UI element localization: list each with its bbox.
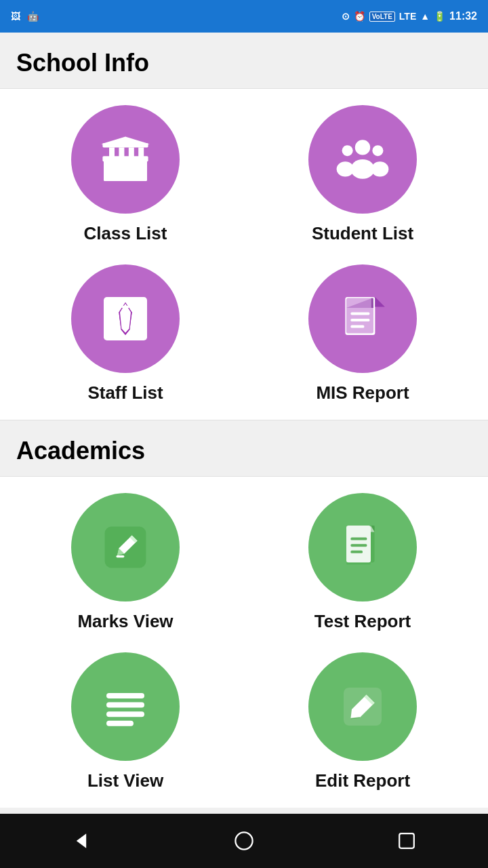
svg-marker-50: [77, 833, 86, 848]
tie-icon: [98, 292, 152, 346]
school-info-header: School Info: [0, 33, 488, 88]
academics-header: Academics: [0, 420, 488, 476]
class-list-button[interactable]: [71, 105, 180, 214]
svg-rect-42: [346, 562, 371, 564]
academics-grid: Marks View Tes: [14, 493, 474, 791]
svg-rect-3: [109, 147, 115, 157]
svg-rect-33: [116, 555, 124, 557]
back-icon: [69, 829, 94, 853]
list-view-label: List View: [87, 770, 163, 791]
pencil-square-icon: [98, 520, 152, 574]
home-icon: [232, 829, 256, 853]
school-info-grid: Class List Student List: [14, 105, 474, 403]
recents-button[interactable]: [386, 821, 427, 861]
svg-rect-39: [350, 538, 367, 540]
edit-report-label: Edit Report: [315, 770, 410, 791]
staff-list-label: Staff List: [87, 382, 163, 403]
alarm-icon: ⏰: [354, 11, 365, 22]
school-info-title: School Info: [16, 49, 149, 77]
volte-badge: VoLTE: [369, 12, 395, 22]
marks-view-label: Marks View: [77, 611, 173, 632]
svg-point-12: [337, 161, 354, 176]
home-button[interactable]: [224, 821, 264, 861]
svg-rect-40: [350, 544, 367, 547]
android-icon: 🤖: [27, 11, 39, 22]
mis-report-item[interactable]: MIS Report: [308, 264, 417, 403]
svg-point-14: [371, 161, 389, 176]
image-icon: 🖼: [11, 11, 20, 22]
edit-doc-icon: [336, 679, 390, 734]
lines-icon: [98, 679, 152, 734]
svg-rect-41: [350, 551, 363, 553]
staff-list-item[interactable]: Staff List: [71, 264, 180, 403]
svg-marker-21: [375, 297, 384, 307]
marks-view-item[interactable]: Marks View: [71, 493, 180, 632]
status-bar-right: ⊙ ⏰ VoLTE LTE ▲ 🔋 11:32: [342, 10, 477, 22]
staff-list-button[interactable]: [71, 264, 180, 373]
list-view-item[interactable]: List View: [71, 652, 180, 791]
svg-rect-8: [120, 169, 131, 181]
nav-bar: [0, 814, 488, 868]
lte-icon: LTE: [399, 11, 416, 22]
time-display: 11:32: [449, 10, 477, 22]
svg-rect-6: [138, 147, 144, 157]
svg-marker-7: [101, 136, 150, 144]
svg-point-51: [235, 832, 252, 849]
academics-card: Marks View Tes: [0, 477, 488, 808]
recents-icon: [394, 829, 419, 853]
battery-icon: 🔋: [434, 11, 445, 22]
svg-rect-25: [350, 312, 369, 315]
svg-rect-26: [350, 319, 369, 321]
svg-rect-45: [106, 711, 144, 717]
svg-rect-44: [106, 703, 144, 708]
svg-point-10: [350, 159, 374, 179]
marks-view-button[interactable]: [71, 493, 180, 601]
signal-icon: ▲: [420, 11, 430, 22]
back-button[interactable]: [61, 821, 102, 861]
academics-title: Academics: [16, 437, 145, 465]
svg-point-9: [355, 140, 370, 155]
test-report-button[interactable]: [308, 493, 417, 601]
svg-rect-52: [399, 833, 414, 848]
svg-marker-28: [371, 298, 373, 308]
student-list-label: Student List: [312, 223, 413, 244]
edit-report-item[interactable]: Edit Report: [308, 652, 417, 791]
edit-report-button[interactable]: [308, 652, 417, 761]
building-icon: [98, 132, 152, 186]
list-view-button[interactable]: [71, 652, 180, 761]
mis-report-button[interactable]: [308, 264, 417, 373]
svg-rect-5: [129, 147, 134, 157]
test-report-label: Test Report: [314, 611, 411, 632]
group-icon: [336, 132, 390, 186]
svg-rect-27: [350, 326, 364, 328]
svg-point-13: [372, 145, 383, 156]
svg-rect-43: [106, 693, 144, 698]
mis-report-label: MIS Report: [316, 382, 409, 403]
student-list-button[interactable]: [308, 105, 417, 214]
status-bar: 🖼 🤖 ⊙ ⏰ VoLTE LTE ▲ 🔋 11:32: [0, 0, 488, 33]
svg-marker-19: [121, 306, 129, 308]
test-report-item[interactable]: Test Report: [308, 493, 417, 632]
svg-rect-4: [119, 147, 124, 157]
svg-rect-46: [106, 721, 134, 726]
student-list-item[interactable]: Student List: [308, 105, 417, 244]
document-lines-icon: [336, 520, 390, 574]
svg-point-11: [342, 145, 353, 156]
cast-icon: ⊙: [342, 11, 350, 22]
class-list-label: Class List: [84, 223, 167, 244]
school-info-card: Class List Student List: [0, 89, 488, 420]
document-icon: [336, 292, 390, 346]
status-bar-left: 🖼 🤖: [11, 11, 39, 22]
class-list-item[interactable]: Class List: [71, 105, 180, 244]
